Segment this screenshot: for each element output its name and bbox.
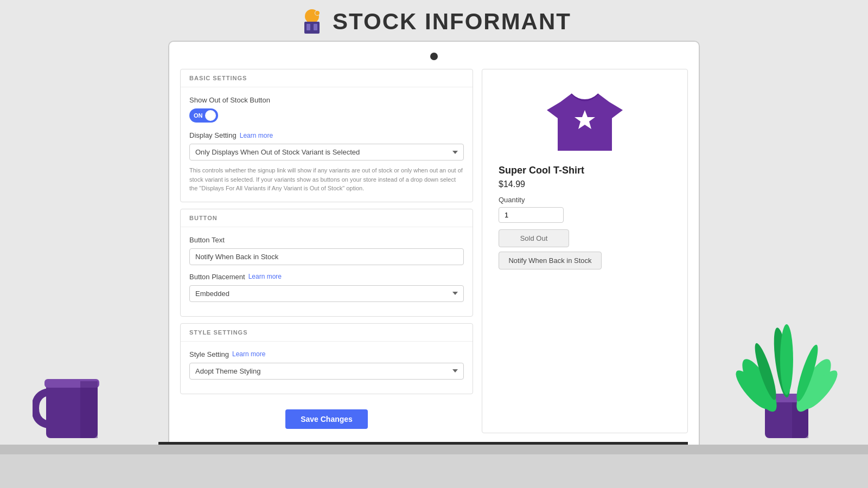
style-setting-label: Style Setting xyxy=(189,350,229,358)
sold-out-button: Sold Out xyxy=(499,229,569,247)
product-price: $14.99 xyxy=(499,179,676,189)
svg-point-17 xyxy=(780,324,793,395)
laptop-camera xyxy=(430,53,438,60)
button-placement-learn-more[interactable]: Learn more xyxy=(248,273,282,280)
logo-container: STOCK INFORMANT xyxy=(297,7,571,37)
quantity-input[interactable] xyxy=(499,207,564,223)
style-setting-learn-more[interactable]: Learn more xyxy=(232,350,265,358)
save-changes-button[interactable]: Save Changes xyxy=(285,409,368,429)
desk-top xyxy=(0,445,868,454)
style-settings-body: Style Setting Learn more Adopt Theme Sty… xyxy=(181,342,473,394)
product-title: Super Cool T-Shirt xyxy=(499,165,676,176)
button-placement-select[interactable]: Embedded Popup Floating xyxy=(189,285,464,302)
button-card: BUTTON Button Text Button Placement Lear… xyxy=(180,209,473,317)
plant-decoration xyxy=(732,324,841,446)
settings-panel: BASIC SETTINGS Show Out of Stock Button … xyxy=(180,69,473,433)
toggle-circle xyxy=(205,110,216,121)
button-text-input[interactable] xyxy=(189,248,464,265)
svg-point-1 xyxy=(310,10,314,14)
button-body: Button Text Button Placement Learn more … xyxy=(181,227,473,316)
basic-settings-header: BASIC SETTINGS xyxy=(181,69,473,87)
quantity-label: Quantity xyxy=(499,196,676,204)
preview-panel: Super Cool T-Shirt $14.99 Quantity Sold … xyxy=(482,69,688,433)
save-button-container: Save Changes xyxy=(180,401,473,433)
basic-settings-body: Show Out of Stock Button ON Display Sett… xyxy=(181,87,473,202)
basic-settings-card: BASIC SETTINGS Show Out of Stock Button … xyxy=(180,69,473,202)
mug-svg xyxy=(33,365,108,444)
svg-rect-4 xyxy=(307,24,310,30)
product-image xyxy=(547,80,623,156)
out-of-stock-toggle[interactable]: ON xyxy=(189,108,218,123)
display-setting-label: Display Setting xyxy=(189,131,237,139)
product-info: Super Cool T-Shirt $14.99 Quantity Sold … xyxy=(493,165,676,269)
toggle-container: ON xyxy=(189,108,464,123)
desk xyxy=(0,445,868,488)
content-area: BASIC SETTINGS Show Out of Stock Button … xyxy=(180,69,688,433)
style-setting-label-row: Style Setting Learn more xyxy=(189,350,464,358)
svg-point-7 xyxy=(315,11,320,15)
display-setting-label-row: Display Setting Learn more xyxy=(189,131,464,139)
style-settings-card: STYLE SETTINGS Style Setting Learn more … xyxy=(180,323,473,394)
mug-decoration xyxy=(33,365,108,446)
button-text-label: Button Text xyxy=(189,236,464,244)
button-placement-label-row: Button Placement Learn more xyxy=(189,273,464,281)
laptop-screen: BASIC SETTINGS Show Out of Stock Button … xyxy=(168,41,700,465)
display-setting-learn-more[interactable]: Learn more xyxy=(240,132,273,139)
desk-surface xyxy=(0,454,868,488)
button-placement-label: Button Placement xyxy=(189,273,245,281)
display-setting-select[interactable]: Only Displays When Out of Stock Variant … xyxy=(189,144,464,160)
app-header: STOCK INFORMANT xyxy=(0,0,868,41)
product-image-area xyxy=(493,80,676,156)
style-settings-header: STYLE SETTINGS xyxy=(181,324,473,342)
show-out-of-stock-label: Show Out of Stock Button xyxy=(189,96,464,104)
style-setting-select[interactable]: Adopt Theme Styling Custom Styling xyxy=(189,363,464,380)
toggle-on-text: ON xyxy=(194,112,203,119)
notify-button: Notify When Back in Stock xyxy=(499,252,602,269)
plant-svg xyxy=(732,324,841,444)
svg-rect-5 xyxy=(314,24,317,30)
svg-rect-11 xyxy=(80,381,98,438)
display-setting-description: This controls whether the signup link wi… xyxy=(189,166,464,193)
logo-icon xyxy=(297,7,327,37)
laptop-frame: BASIC SETTINGS Show Out of Stock Button … xyxy=(168,41,700,482)
app-title: STOCK INFORMANT xyxy=(333,9,571,35)
button-header: BUTTON xyxy=(181,209,473,227)
